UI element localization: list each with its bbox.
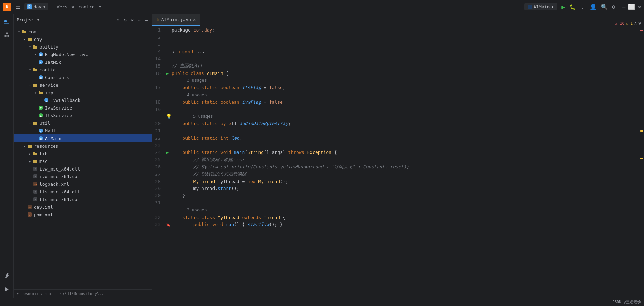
- tree-item-ivw_msc_x64_dll[interactable]: ?ivw_msc_x64.dll: [14, 165, 152, 173]
- sidebar-icon-run2[interactable]: [1, 284, 12, 295]
- token-pkg: [172, 215, 182, 220]
- code-line: 28 MyThread myThread = new MyThread();: [152, 178, 639, 185]
- token-pkg: [231, 150, 234, 155]
- tree-label: config: [39, 67, 56, 72]
- sidebar-icon-more[interactable]: ···: [1, 44, 12, 55]
- sidebar-icon-project[interactable]: [1, 17, 12, 28]
- menu-icon[interactable]: ☰: [14, 2, 21, 11]
- tree-item-Constants[interactable]: cConstants: [14, 73, 152, 81]
- run-config-selector[interactable]: AIMain ▾: [524, 3, 557, 10]
- close-button[interactable]: ✕: [638, 3, 641, 10]
- tree-icon: [33, 158, 38, 164]
- search-button[interactable]: 🔍: [601, 3, 608, 10]
- bulb-icon: 💡: [166, 114, 172, 119]
- settings-button[interactable]: ⚙: [612, 3, 615, 10]
- token-pkg: [172, 150, 182, 155]
- token-pkg: [204, 71, 207, 76]
- window-controls: — ⬜ ✕: [622, 3, 641, 10]
- line-number: 1: [152, 27, 166, 33]
- tree-item-config[interactable]: ▾config: [14, 66, 152, 73]
- tree-label: service: [39, 82, 58, 88]
- line-text: public void run() { startIvw(); }: [172, 222, 639, 227]
- tree-icon: [33, 120, 38, 126]
- code-scroll-area[interactable]: 1package com.day;234▸import ...1415// 主函…: [152, 26, 639, 298]
- tree-item-lib[interactable]: ▸lib: [14, 150, 152, 157]
- tree-item-pom_xml[interactable]: mpom.xml: [14, 211, 152, 218]
- locate-button[interactable]: ⊕: [115, 17, 121, 24]
- tree-item-ability[interactable]: ▾ability: [14, 43, 152, 51]
- tree-icon: c: [38, 52, 44, 57]
- chevron-down-icon[interactable]: ∨: [638, 20, 641, 26]
- restore-button[interactable]: ⬜: [628, 3, 635, 10]
- tree-item-util[interactable]: ▾util: [14, 119, 152, 127]
- line-number: 31: [152, 200, 166, 206]
- chevron-up-icon[interactable]: ∧: [634, 20, 637, 26]
- tree-item-logback_xml[interactable]: </>logback.xml: [14, 180, 152, 188]
- minimize-button[interactable]: —: [622, 3, 626, 10]
- run-button[interactable]: ▶: [561, 3, 565, 10]
- tree-item-TtsService[interactable]: ITtsService: [14, 112, 152, 119]
- tree-item-BigModelNew[interactable]: ▸cBigModelNew.java: [14, 51, 152, 58]
- panel-close-button[interactable]: ✕: [129, 17, 135, 24]
- line-text: MyThread myThread = new MyThread();: [172, 179, 639, 184]
- code-line: 26 // System.out.println(Constants.yello…: [152, 163, 639, 171]
- tree-arrow: ▾: [17, 30, 21, 34]
- tree-item-tts_msc_x64_dll[interactable]: ?tts_msc_x64.dll: [14, 188, 152, 195]
- tree-item-msc[interactable]: ▸msc: [14, 157, 152, 165]
- tree-item-com[interactable]: ▾com: [14, 28, 152, 35]
- project-selector[interactable]: D day ▾: [24, 3, 48, 10]
- collapse-button[interactable]: ⊖: [122, 17, 128, 24]
- tree-item-AIMain[interactable]: cAIMain: [14, 134, 152, 142]
- code-line: 2 usages: [152, 207, 639, 214]
- sidebar-icon-git[interactable]: [1, 29, 12, 40]
- token-pkg: ();: [280, 179, 288, 184]
- panel-minimize-button[interactable]: —: [144, 17, 149, 24]
- version-control-selector[interactable]: Version control ▾: [57, 4, 101, 9]
- token-kw2: class: [191, 71, 204, 76]
- code-line: 18 public static boolean ivwFlag = false…: [152, 98, 639, 106]
- code-line: 17 public static boolean ttsFlag = false…: [152, 84, 639, 91]
- token-pkg: [172, 99, 182, 105]
- code-line: 24▶ public static void main(String[] arg…: [152, 149, 639, 156]
- tree-item-day_iml[interactable]: imlday.iml: [14, 203, 152, 211]
- code-line: 20 public static byte[] audioDataByteArr…: [152, 120, 639, 127]
- add-user-button[interactable]: 👤: [590, 3, 597, 10]
- panel-more-button[interactable]: ⋯: [136, 17, 142, 24]
- token-pkg: [239, 85, 242, 90]
- line-number: 29: [152, 186, 166, 191]
- token-pkg: [199, 99, 201, 105]
- panel-title-arrow: ▾: [37, 17, 40, 23]
- tree-item-ivw_msc_x64_so[interactable]: ?ivw_msc_x64.so: [14, 173, 152, 180]
- tree-item-IatMic[interactable]: cIatMic: [14, 58, 152, 66]
- tree-item-day[interactable]: ▾day: [14, 35, 152, 43]
- more-actions-button[interactable]: ⋮: [580, 3, 586, 10]
- token-kw: false: [269, 99, 283, 105]
- sidebar-icon-hammer[interactable]: [1, 270, 12, 281]
- tab-close-button[interactable]: ✕: [193, 17, 196, 22]
- token-pkg: ();: [231, 186, 239, 191]
- line-text: public static void main(String[] args) t…: [172, 150, 639, 155]
- fold-button[interactable]: ▸: [172, 50, 176, 54]
- tab-aimain[interactable]: ☕ AIMain.java ✕: [152, 14, 200, 26]
- code-line: 19: [152, 106, 639, 113]
- line-text: public static int len;: [172, 135, 639, 141]
- tree-item-resources[interactable]: ▾resources: [14, 142, 152, 150]
- tree-icon: </>: [33, 181, 38, 187]
- token-cls: Exception: [307, 150, 331, 155]
- token-pkg: [218, 150, 220, 155]
- tree-label: tts_msc_x64.dll: [39, 189, 80, 194]
- tree-item-IvwService[interactable]: IIvwService: [14, 104, 152, 112]
- tree-item-imp[interactable]: ▾imp: [14, 89, 152, 96]
- code-line: 💡5 usages: [152, 113, 639, 120]
- project-icon: D: [27, 4, 32, 9]
- tree-icon: [33, 44, 38, 50]
- tree-item-tts_msc_x64_so[interactable]: ?tts_msc_x64.so: [14, 195, 152, 203]
- tree-item-MyUtil[interactable]: cMyUtil: [14, 127, 152, 134]
- debug-button[interactable]: 🐛: [569, 4, 576, 10]
- tree-icon: [21, 29, 27, 34]
- tree-icon: [38, 90, 44, 95]
- line-number: 19: [152, 107, 166, 112]
- right-gutter: [639, 26, 644, 298]
- tree-item-service[interactable]: ▾service: [14, 81, 152, 89]
- tree-item-IvwCallback[interactable]: cIvwCallback: [14, 96, 152, 104]
